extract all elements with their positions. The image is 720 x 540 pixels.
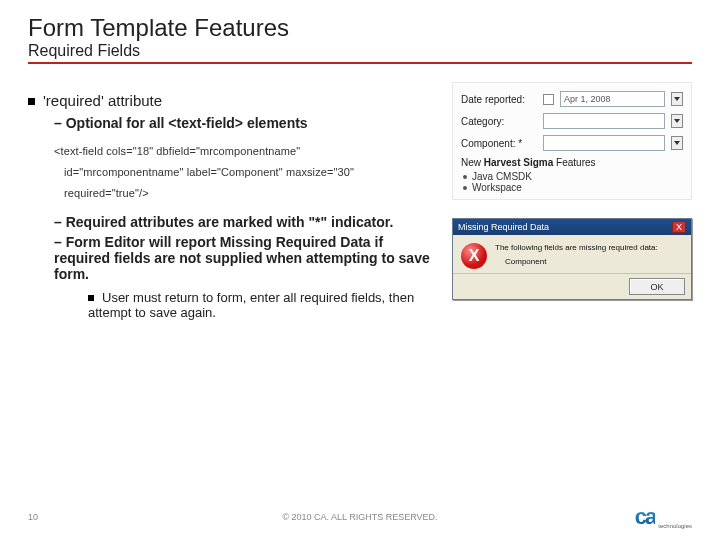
chevron-down-icon [674, 141, 680, 145]
list-item-text: Java CMSDK [472, 171, 532, 182]
square-bullet-icon [88, 295, 94, 301]
footer: 10 © 2010 CA. ALL RIGHTS RESERVED. ca te… [28, 504, 692, 530]
dropdown-icon [671, 136, 683, 150]
dialog-msg-line: Component [505, 257, 658, 267]
slide-title: Form Template Features [28, 14, 692, 42]
bullet-l2: Optional for all <text-field> elements [54, 115, 438, 131]
form-mock: Date reported: Apr 1, 2008 Category: Com… [452, 82, 692, 200]
copyright: © 2010 CA. ALL RIGHTS RESERVED. [28, 512, 692, 522]
bullet-l3-text: User must return to form, enter all requ… [88, 290, 414, 320]
dropdown-icon [671, 92, 683, 106]
code-line: required="true"/> [64, 183, 438, 204]
content-row: 'required' attribute Optional for all <t… [28, 82, 692, 320]
code-sample: <text-field cols="18" dbfield="mrcompone… [54, 141, 438, 204]
form-section-heading: New Harvest Sigma Features [461, 157, 683, 168]
logo-subtext: technologies [658, 523, 692, 529]
form-row: Category: [461, 113, 683, 129]
dialog-titlebar: Missing Required Data X [453, 219, 691, 235]
dropdown-icon [671, 114, 683, 128]
list-item: Workspace [463, 182, 683, 193]
form-label: Date reported: [461, 94, 537, 105]
bullet-l2: Form Editor will report Missing Required… [54, 234, 438, 282]
bullet-l1-text: 'required' attribute [43, 92, 162, 109]
date-value: Apr 1, 2008 [564, 94, 611, 104]
bullet-l2: Required attributes are marked with "*" … [54, 214, 438, 230]
section-prefix: New [461, 157, 484, 168]
dialog-body: X The following fields are missing requi… [453, 235, 691, 273]
dialog-buttons: OK [453, 273, 691, 299]
form-row: Component: * [461, 135, 683, 151]
bullet-l2-text: Form Editor will report Missing Required… [54, 234, 430, 282]
dialog-title-text: Missing Required Data [458, 222, 549, 232]
ok-button: OK [629, 278, 685, 295]
category-field [543, 113, 665, 129]
slide-subtitle: Required Fields [28, 42, 692, 64]
bullet-l3: User must return to form, enter all requ… [88, 290, 438, 320]
square-bullet-icon [28, 98, 35, 105]
right-column: Date reported: Apr 1, 2008 Category: Com… [452, 82, 692, 320]
section-suffix: Features [553, 157, 595, 168]
section-bold: Harvest Sigma [484, 157, 553, 168]
bullet-dot-icon [463, 186, 467, 190]
date-field: Apr 1, 2008 [560, 91, 665, 107]
form-label: Category: [461, 116, 537, 127]
form-row: Date reported: Apr 1, 2008 [461, 91, 683, 107]
bullet-l2-text: Optional for all <text-field> elements [66, 115, 308, 131]
error-icon: X [461, 243, 487, 269]
bullet-l1: 'required' attribute [28, 92, 438, 109]
form-label: Component: * [461, 138, 537, 149]
chevron-down-icon [674, 97, 680, 101]
checkbox-icon [543, 94, 554, 105]
chevron-down-icon [674, 119, 680, 123]
close-icon: X [672, 221, 686, 233]
list-item-text: Workspace [472, 182, 522, 193]
component-field [543, 135, 665, 151]
bullet-l2-text: Required attributes are marked with "*" … [66, 214, 394, 230]
dialog-message: The following fields are missing require… [495, 243, 658, 269]
dialog-mock: Missing Required Data X X The following … [452, 218, 692, 300]
left-column: 'required' attribute Optional for all <t… [28, 82, 438, 320]
list-item: Java CMSDK [463, 171, 683, 182]
slide: Form Template Features Required Fields '… [0, 0, 720, 540]
dialog-msg-line: The following fields are missing require… [495, 243, 658, 253]
code-line: id="mrcomponentname" label="Component" m… [64, 162, 438, 183]
code-line: <text-field cols="18" dbfield="mrcompone… [54, 141, 438, 162]
bullet-dot-icon [463, 175, 467, 179]
